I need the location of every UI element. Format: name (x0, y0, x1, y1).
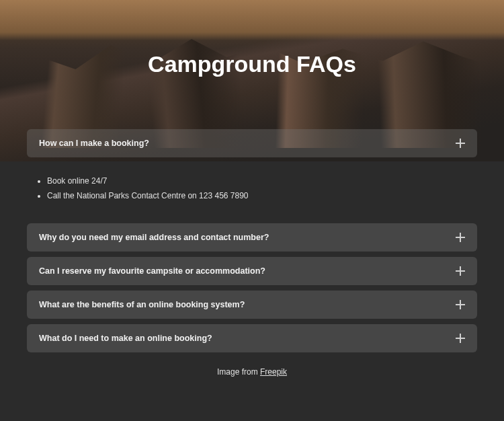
faq-email-contact[interactable]: Why do you need my email address and con… (27, 223, 477, 252)
faq-question: How can I make a booking? (39, 139, 149, 148)
credit-prefix: Image from (217, 367, 260, 377)
faq-question: What are the benefits of an online booki… (39, 300, 245, 309)
faq-question: Can I reserve my favourite campsite or a… (39, 266, 265, 276)
faq-question: Why do you need my email address and con… (39, 233, 269, 242)
faq-benefits[interactable]: What are the benefits of an online booki… (27, 291, 477, 319)
plus-icon (456, 334, 465, 343)
faq-question: What do I need to make an online booking… (39, 334, 212, 343)
plus-icon (456, 300, 465, 309)
faq-requirements[interactable]: What do I need to make an online booking… (27, 324, 477, 352)
image-credit: Image from Freepik (27, 367, 477, 377)
answer-item: Book online 24/7 (47, 175, 470, 187)
plus-icon (456, 139, 465, 148)
answer-item: Call the National Parks Contact Centre o… (47, 190, 470, 202)
plus-icon (456, 233, 465, 242)
faq-booking[interactable]: How can I make a booking? (27, 129, 477, 157)
page-title: Campground FAQs (148, 51, 356, 77)
faq-reserve-campsite[interactable]: Can I reserve my favourite campsite or a… (27, 257, 477, 285)
plus-icon (456, 266, 465, 276)
faq-container: How can I make a booking? Book online 24… (27, 129, 477, 377)
credit-link[interactable]: Freepik (260, 367, 287, 377)
faq-answer: Book online 24/7 Call the National Parks… (27, 163, 477, 223)
